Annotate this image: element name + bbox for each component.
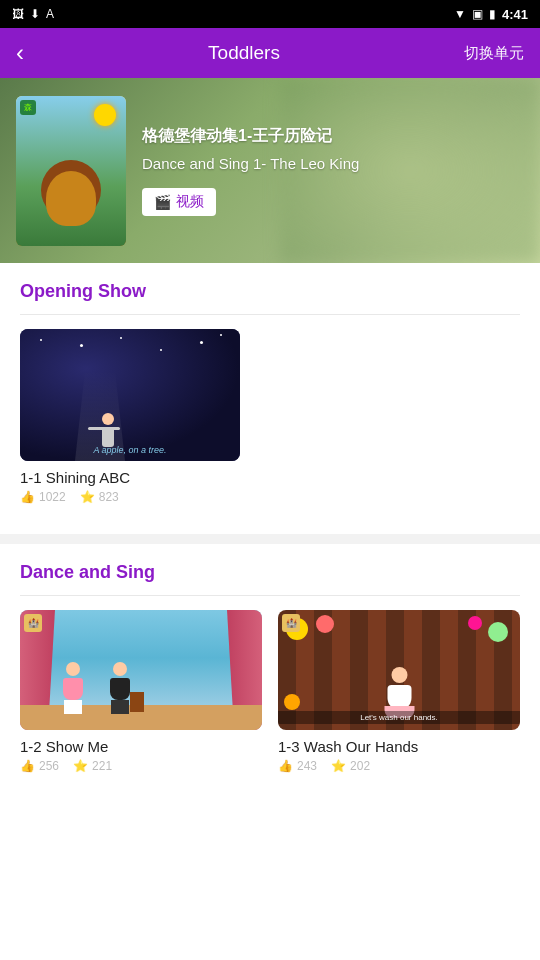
video-stats-1: 👍 1022 ⭐ 823 (20, 490, 520, 504)
content-area: Opening Show (0, 263, 540, 793)
video-thumbnail-3[interactable]: 🏰 Let's wash our hands. (278, 610, 520, 730)
stars-count-2: 221 (92, 759, 112, 773)
performer1-legs (64, 700, 82, 714)
star-3 (120, 337, 122, 339)
video-grid: 🏰 1-2 Show Me (20, 610, 520, 773)
hero-banner: 森 格德堡律动集1-王子历险记 Dance and Sing 1- The Le… (0, 78, 540, 263)
stars-count-1: 823 (99, 490, 119, 504)
performer1-body (63, 678, 83, 700)
video-name-2: 1-2 Show Me (20, 738, 262, 755)
likes-1: 👍 1022 (20, 490, 66, 504)
star-6 (220, 334, 222, 336)
video-button[interactable]: 🎬 视频 (142, 188, 216, 216)
performer-1 (58, 662, 88, 712)
dance-and-sing-title: Dance and Sing (20, 544, 520, 595)
back-button[interactable]: ‹ (16, 39, 24, 67)
stars-1: ⭐ 823 (80, 490, 119, 504)
star-icon-1: ⭐ (80, 490, 95, 504)
dance-and-sing-section: Dance and Sing 🏰 (0, 544, 540, 793)
likes-2: 👍 256 (20, 759, 59, 773)
text-icon: A (46, 7, 54, 21)
camera-icon: 🎬 (154, 194, 171, 210)
stars-count-3: 202 (350, 759, 370, 773)
star-1 (40, 339, 42, 341)
hero-title: Dance and Sing 1- The Leo King (142, 155, 524, 172)
status-time: 4:41 (502, 7, 528, 22)
stars-2: ⭐ 221 (73, 759, 112, 773)
video-caption-3: Let's wash our hands. (278, 711, 520, 724)
castle-badge-3: 🏰 (282, 614, 300, 632)
star-icon-3: ⭐ (331, 759, 346, 773)
video-stats-2: 👍 256 ⭐ 221 (20, 759, 262, 773)
dancer-arms (88, 427, 120, 430)
night-sky-bg (20, 329, 240, 461)
download-icon: ⬇ (30, 7, 40, 21)
dancer-body (102, 427, 114, 447)
wash-p-head (391, 667, 407, 683)
top-navigation: ‹ Toddlers 切换单元 (0, 28, 540, 78)
photo-icon: 🖼 (12, 7, 24, 21)
status-bar: 🖼 ⬇ A ▼ ▣ ▮ 4:41 (0, 0, 540, 28)
video-stats-3: 👍 243 ⭐ 202 (278, 759, 520, 773)
performer-2 (105, 662, 135, 712)
food-4 (284, 694, 300, 710)
likes-count-2: 256 (39, 759, 59, 773)
opening-show-title: Opening Show (20, 263, 520, 314)
thumb-up-icon-2: 👍 (20, 759, 35, 773)
switch-unit-button[interactable]: 切换单元 (464, 44, 524, 63)
video-item-1[interactable]: A apple, on a tree. 1-1 Shining ABC 👍 10… (20, 329, 520, 504)
likes-3: 👍 243 (278, 759, 317, 773)
performer1-head (66, 662, 80, 676)
video-thumbnail-1[interactable]: A apple, on a tree. (20, 329, 240, 461)
video-name-3: 1-3 Wash Our Hands (278, 738, 520, 755)
food-2 (316, 615, 334, 633)
food-3 (488, 622, 508, 642)
stars-3: ⭐ 202 (331, 759, 370, 773)
likes-count-3: 243 (297, 759, 317, 773)
star-2 (80, 344, 83, 347)
dancer-head (102, 413, 114, 425)
performer2-legs (111, 700, 129, 714)
thumb-up-icon-3: 👍 (278, 759, 293, 773)
section-separator (0, 534, 540, 544)
video-button-label: 视频 (176, 193, 204, 211)
star-icon-2: ⭐ (73, 759, 88, 773)
star-4 (160, 349, 162, 351)
hero-subtitle: 格德堡律动集1-王子历险记 (142, 126, 524, 147)
video-thumbnail-2[interactable]: 🏰 (20, 610, 262, 730)
video-name-1: 1-1 Shining ABC (20, 469, 520, 486)
video-item-3[interactable]: 🏰 Let's wash our hands. 1-3 Wash Our Han… (278, 610, 520, 773)
video-item-2[interactable]: 🏰 1-2 Show Me (20, 610, 262, 773)
performer2-head (113, 662, 127, 676)
castle-badge-2: 🏰 (24, 614, 42, 632)
likes-count-1: 1022 (39, 490, 66, 504)
hero-thumbnail: 森 (16, 96, 126, 246)
thumb-up-icon-1: 👍 (20, 490, 35, 504)
battery-icon: ▮ (489, 7, 496, 21)
video-caption-1: A apple, on a tree. (20, 445, 240, 455)
opening-show-section: Opening Show (0, 263, 540, 534)
sim-icon: ▣ (472, 7, 483, 21)
food-5 (468, 616, 482, 630)
hero-info: 格德堡律动集1-王子历险记 Dance and Sing 1- The Leo … (142, 126, 524, 216)
star-5 (200, 341, 203, 344)
forest-badge: 森 (20, 100, 36, 115)
performer2-body (110, 678, 130, 700)
page-title: Toddlers (208, 42, 280, 64)
wifi-icon: ▼ (454, 7, 466, 21)
